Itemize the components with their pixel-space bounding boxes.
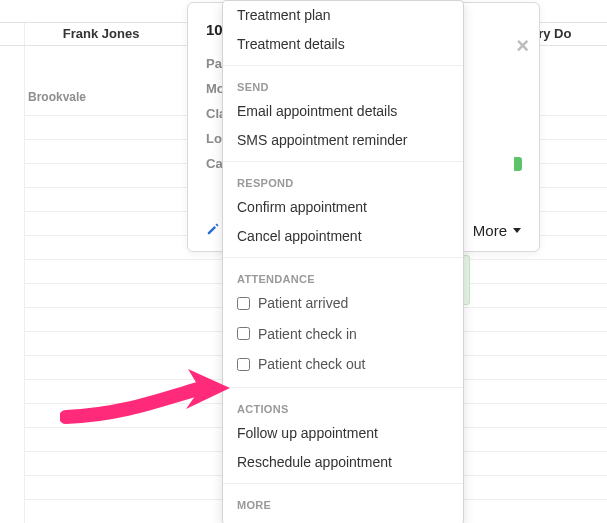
menu-item-sms-appointment-reminder[interactable]: SMS appointment reminder: [223, 126, 463, 155]
menu-heading-send: SEND: [223, 72, 463, 97]
pencil-icon: [206, 222, 220, 236]
checkbox-label: Patient check in: [258, 326, 357, 342]
menu-item-treatment-details[interactable]: Treatment details: [223, 30, 463, 59]
menu-separator: [223, 483, 463, 484]
menu-separator: [223, 257, 463, 258]
chevron-down-icon: [513, 228, 521, 233]
practitioner-header-left[interactable]: Frank Jones: [0, 23, 202, 45]
more-dropdown-menu: Treatment plan Treatment details SEND Em…: [222, 0, 464, 523]
menu-item-follow-up-appointment[interactable]: Follow up appointment: [223, 419, 463, 448]
menu-check-patient-check-in[interactable]: Patient check in: [223, 320, 463, 351]
appointment-chip[interactable]: [514, 157, 522, 171]
menu-heading-more: MORE: [223, 490, 463, 515]
more-label: More: [473, 222, 507, 239]
close-icon[interactable]: ×: [516, 35, 529, 57]
menu-heading-respond: RESPOND: [223, 168, 463, 193]
checkbox-patient-check-out[interactable]: [237, 358, 250, 371]
more-button[interactable]: More: [473, 222, 521, 239]
menu-item-cancel-appointment[interactable]: Cancel appointment: [223, 222, 463, 251]
menu-item-confirm-appointment[interactable]: Confirm appointment: [223, 193, 463, 222]
checkbox-label: Patient arrived: [258, 295, 348, 311]
menu-item-treatment-plan[interactable]: Treatment plan: [223, 1, 463, 30]
menu-item-view-all-appointments[interactable]: View all patient's appointments: [223, 515, 463, 524]
checkbox-patient-check-in[interactable]: [237, 327, 250, 340]
menu-item-reschedule-appointment[interactable]: Reschedule appointment: [223, 448, 463, 477]
menu-separator: [223, 387, 463, 388]
checkbox-patient-arrived[interactable]: [237, 297, 250, 310]
menu-separator: [223, 161, 463, 162]
checkbox-label: Patient check out: [258, 356, 365, 372]
menu-separator: [223, 65, 463, 66]
menu-heading-actions: ACTIONS: [223, 394, 463, 419]
menu-item-email-appointment-details[interactable]: Email appointment details: [223, 97, 463, 126]
menu-check-patient-arrived[interactable]: Patient arrived: [223, 289, 463, 320]
menu-heading-attendance: ATTENDANCE: [223, 264, 463, 289]
menu-check-patient-check-out[interactable]: Patient check out: [223, 350, 463, 381]
